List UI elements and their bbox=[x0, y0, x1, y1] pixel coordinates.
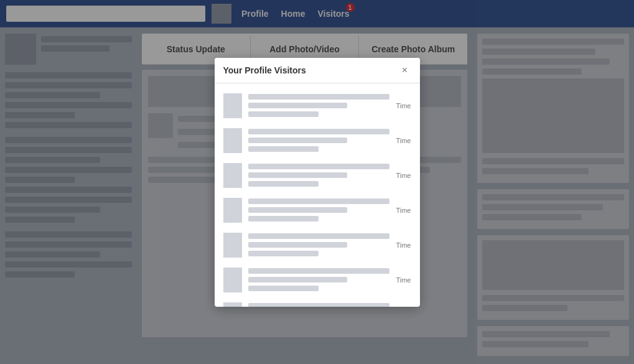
visitor-info bbox=[248, 268, 390, 291]
visitor-ph-line bbox=[248, 164, 390, 169]
visitor-ph-line bbox=[248, 207, 348, 213]
visitor-avatar bbox=[223, 93, 242, 118]
visitor-time: Time bbox=[396, 102, 411, 110]
profile-visitors-modal: Your Profile Visitors × Time Time bbox=[215, 58, 420, 307]
visitor-ph-line bbox=[248, 129, 390, 134]
visitor-row: Time bbox=[215, 158, 420, 193]
visitor-time: Time bbox=[396, 137, 411, 144]
modal-close-button[interactable]: × bbox=[399, 64, 411, 77]
visitor-ph-line bbox=[248, 138, 348, 143]
visitor-row: Time bbox=[215, 263, 420, 297]
visitor-ph-line bbox=[248, 251, 319, 256]
visitor-time: Time bbox=[396, 207, 411, 214]
visitor-info bbox=[248, 198, 390, 222]
visitor-time: Time bbox=[396, 276, 411, 284]
visitor-avatar bbox=[223, 302, 242, 307]
modal-overlay[interactable]: Your Profile Visitors × Time Time bbox=[0, 0, 634, 364]
visitor-row: Time bbox=[215, 297, 420, 307]
visitor-ph-line bbox=[248, 172, 348, 178]
visitor-ph-line bbox=[248, 277, 348, 282]
visitor-info bbox=[248, 94, 390, 117]
visitor-info bbox=[248, 129, 390, 152]
visitor-ph-line bbox=[248, 146, 319, 152]
modal-body: Time Time Time Time bbox=[215, 83, 420, 307]
visitor-avatar bbox=[223, 233, 242, 258]
visitor-ph-line bbox=[248, 268, 390, 274]
visitor-time: Time bbox=[396, 172, 411, 179]
visitor-ph-line bbox=[248, 198, 390, 204]
visitor-ph-line bbox=[248, 216, 319, 222]
visitor-row: Time bbox=[215, 228, 420, 263]
visitor-row: Time bbox=[215, 193, 420, 228]
visitor-row: Time bbox=[215, 123, 420, 158]
visitor-ph-line bbox=[248, 303, 390, 307]
visitor-avatar bbox=[223, 128, 242, 153]
visitor-ph-line bbox=[248, 286, 319, 291]
visitor-ph-line bbox=[248, 233, 390, 239]
visitor-ph-line bbox=[248, 103, 348, 108]
visitor-avatar bbox=[223, 198, 242, 223]
visitor-avatar bbox=[223, 163, 242, 188]
visitor-time: Time bbox=[396, 241, 411, 249]
visitor-row: Time bbox=[215, 88, 420, 123]
visitor-ph-line bbox=[248, 94, 390, 100]
visitor-info bbox=[248, 164, 390, 187]
visitor-avatar bbox=[223, 268, 242, 292]
visitor-info bbox=[248, 303, 390, 307]
visitor-ph-line bbox=[248, 242, 348, 248]
modal-title: Your Profile Visitors bbox=[223, 65, 306, 75]
visitor-ph-line bbox=[248, 111, 319, 117]
visitor-ph-line bbox=[248, 181, 319, 187]
modal-header: Your Profile Visitors × bbox=[215, 58, 420, 83]
visitor-info bbox=[248, 233, 390, 256]
